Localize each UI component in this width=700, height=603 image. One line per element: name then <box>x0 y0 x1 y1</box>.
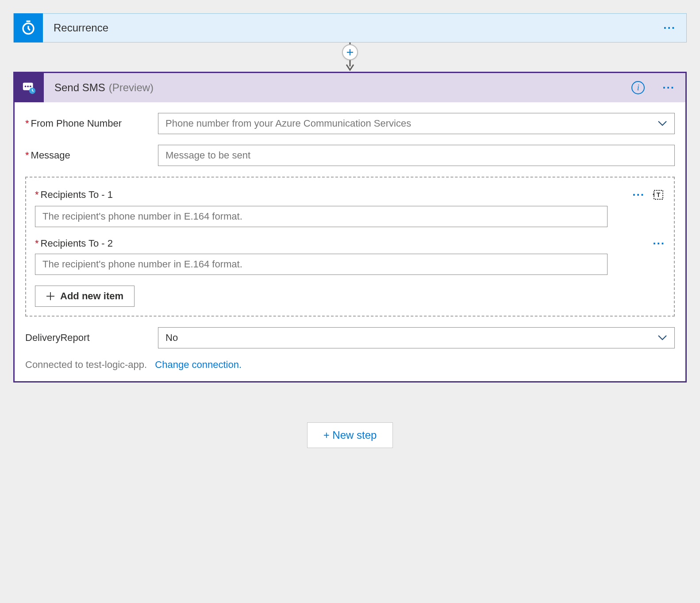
plus-icon <box>46 292 55 301</box>
recipient-item: * Recipients To - 1 ··· T <box>35 188 665 227</box>
required-icon: * <box>25 118 29 129</box>
recipient-menu-button[interactable]: ··· <box>632 192 645 198</box>
text-mode-icon[interactable]: T <box>652 188 665 201</box>
recipient-input[interactable] <box>35 254 608 275</box>
add-step-button[interactable] <box>342 44 358 60</box>
required-icon: * <box>25 150 29 161</box>
delivery-report-row: DeliveryReport No <box>25 327 675 348</box>
recipient-item: * Recipients To - 2 ··· <box>35 238 665 275</box>
svg-point-6 <box>27 85 29 87</box>
recipient-label: * Recipients To - 2 <box>35 238 113 249</box>
sms-icon <box>15 73 44 102</box>
svg-point-5 <box>25 85 27 87</box>
svg-point-7 <box>30 85 31 87</box>
chevron-down-icon <box>658 120 667 127</box>
svg-text:T: T <box>657 191 661 198</box>
message-label: * Message <box>25 150 158 161</box>
recipients-box: * Recipients To - 1 ··· T <box>25 177 675 317</box>
sms-header[interactable]: Send SMS (Preview) i ··· <box>15 73 685 102</box>
send-sms-step: Send SMS (Preview) i ··· * From Phone Nu… <box>13 72 687 383</box>
required-icon: * <box>35 189 39 201</box>
from-phone-row: * From Phone Number Phone number from yo… <box>25 113 675 134</box>
connector <box>346 43 354 72</box>
required-icon: * <box>35 238 39 249</box>
recurrence-step[interactable]: Recurrence ··· <box>13 13 687 43</box>
add-new-item-button[interactable]: Add new item <box>35 286 135 307</box>
recurrence-title: Recurrence <box>54 22 653 34</box>
chevron-down-icon <box>658 335 667 341</box>
sms-preview-label: (Preview) <box>109 81 632 94</box>
change-connection-link[interactable]: Change connection. <box>155 359 242 370</box>
delivery-report-select[interactable]: No <box>158 327 675 348</box>
sms-menu-button[interactable]: ··· <box>652 85 685 91</box>
info-icon[interactable]: i <box>631 81 645 94</box>
sms-title: Send SMS <box>54 81 105 94</box>
from-phone-label: * From Phone Number <box>25 118 158 129</box>
recipient-input[interactable] <box>35 206 608 227</box>
recurrence-menu-button[interactable]: ··· <box>653 25 686 31</box>
connection-info: Connected to test-logic-app. Change conn… <box>25 359 675 371</box>
delivery-report-label: DeliveryReport <box>25 332 158 344</box>
from-phone-select[interactable]: Phone number from your Azure Communicati… <box>158 113 675 134</box>
message-input[interactable] <box>158 145 675 166</box>
recipient-menu-button[interactable]: ··· <box>653 241 665 247</box>
recurrence-icon <box>14 13 43 43</box>
message-row: * Message <box>25 145 675 166</box>
new-step-button[interactable]: + New step <box>307 422 393 448</box>
recipient-label: * Recipients To - 1 <box>35 189 113 201</box>
